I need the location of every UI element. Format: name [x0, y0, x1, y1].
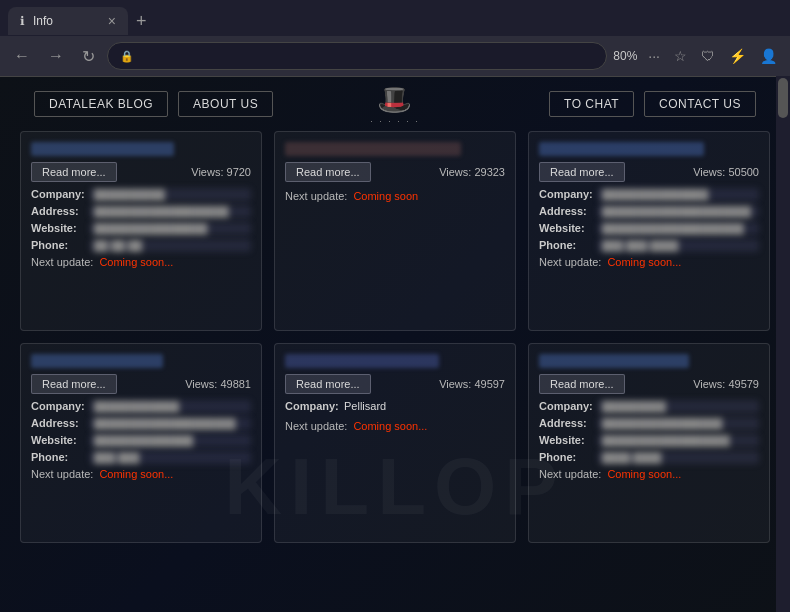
nav-center-logo: 🎩 · · · · · ·: [370, 83, 420, 126]
card-3-views: Views: 50500: [693, 166, 759, 178]
card-3-website-value: ████████████████████: [598, 222, 759, 235]
card-3-company-value: ███████████████: [598, 188, 759, 201]
card-6-coming-soon: Coming soon...: [607, 468, 681, 480]
card-6-company-value: █████████: [598, 400, 759, 413]
nav-right: TO CHAT CONTACT US: [549, 91, 756, 117]
refresh-button[interactable]: ↻: [76, 45, 101, 68]
card-4-phone-label: Phone:: [31, 451, 86, 463]
card-6-read-more[interactable]: Read more...: [539, 374, 625, 394]
card-2-header: Read more... Views: 29323: [285, 162, 505, 182]
card-6: Read more... Views: 49579 Company: █████…: [528, 343, 770, 543]
card-4-next-label: Next update:: [31, 468, 93, 480]
card-5-next-update: Next update: Coming soon...: [285, 420, 505, 432]
card-4-blurred-title: [31, 354, 163, 368]
shield-button[interactable]: 🛡: [696, 46, 720, 66]
card-6-phone-label: Phone:: [539, 451, 594, 463]
card-6-phone-row: Phone: ████ ████: [539, 451, 759, 464]
card-3-read-more[interactable]: Read more...: [539, 162, 625, 182]
card-3: Read more... Views: 50500 Company: █████…: [528, 131, 770, 331]
scrollbar[interactable]: [776, 76, 790, 612]
card-4-company-row: Company: ████████████: [31, 400, 251, 413]
card-3-phone-row: Phone: ███ ███ ████: [539, 239, 759, 252]
card-6-next-label: Next update:: [539, 468, 601, 480]
card-4-next-update: Next update: Coming soon...: [31, 468, 251, 480]
card-4-read-more[interactable]: Read more...: [31, 374, 117, 394]
card-2-coming-soon: Coming soon: [353, 190, 418, 202]
card-4-website-row: Website: ██████████████: [31, 434, 251, 447]
nav-left: DATALEAK BLOG ABOUT US: [34, 91, 273, 117]
dataleak-blog-button[interactable]: DATALEAK BLOG: [34, 91, 168, 117]
card-6-website-row: Website: ██████████████████: [539, 434, 759, 447]
new-tab-button[interactable]: +: [128, 11, 155, 32]
scrollbar-thumb[interactable]: [778, 78, 788, 118]
card-4-phone-value: ███ ███: [90, 451, 251, 464]
card-1-phone-label: Phone:: [31, 239, 86, 251]
card-4-header: Read more... Views: 49881: [31, 374, 251, 394]
card-1-read-more[interactable]: Read more...: [31, 162, 117, 182]
card-3-website-row: Website: ████████████████████: [539, 222, 759, 235]
card-5-views: Views: 49597: [439, 378, 505, 390]
about-us-button[interactable]: ABOUT US: [178, 91, 273, 117]
card-6-website-value: ██████████████████: [598, 434, 759, 447]
card-1-address-row: Address: ███████████████████: [31, 205, 251, 218]
card-6-views: Views: 49579: [693, 378, 759, 390]
lightning-button[interactable]: ⚡: [724, 46, 751, 66]
logo-icon: 🎩: [377, 83, 412, 116]
card-1-website-row: Website: ████████████████: [31, 222, 251, 235]
card-1-company-row: Company: ██████████: [31, 188, 251, 201]
card-6-next-update: Next update: Coming soon...: [539, 468, 759, 480]
card-4-address-value: ████████████████████: [90, 417, 251, 430]
to-chat-button[interactable]: TO CHAT: [549, 91, 634, 117]
card-5-read-more[interactable]: Read more...: [285, 374, 371, 394]
bookmark-button[interactable]: ☆: [669, 46, 692, 66]
back-button[interactable]: ←: [8, 45, 36, 67]
card-1-blurred-title: [31, 142, 174, 156]
card-2-next-update: Next update: Coming soon: [285, 190, 505, 202]
card-6-address-value: █████████████████: [598, 417, 759, 430]
card-1-address-label: Address:: [31, 205, 86, 217]
card-3-coming-soon: Coming soon...: [607, 256, 681, 268]
card-3-header: Read more... Views: 50500: [539, 162, 759, 182]
card-4-coming-soon: Coming soon...: [99, 468, 173, 480]
active-tab[interactable]: ℹ Info ×: [8, 7, 128, 35]
card-1-phone-row: Phone: ██ ██ ██: [31, 239, 251, 252]
address-bar[interactable]: 🔒: [107, 42, 607, 70]
logo: 🎩 · · · · · ·: [370, 83, 420, 126]
profile-button[interactable]: 👤: [755, 46, 782, 66]
forward-button[interactable]: →: [42, 45, 70, 67]
card-3-address-label: Address:: [539, 205, 594, 217]
card-3-address-row: Address: █████████████████████: [539, 205, 759, 218]
site-nav: DATALEAK BLOG ABOUT US 🎩 · · · · · · TO …: [14, 77, 776, 131]
card-1-coming-soon: Coming soon...: [99, 256, 173, 268]
card-5-company-value: Pellisard: [344, 400, 386, 412]
card-3-company-row: Company: ███████████████: [539, 188, 759, 201]
page-content: KILLOP DATALEAK BLOG ABOUT US 🎩 · · · · …: [0, 77, 790, 612]
card-1: Read more... Views: 9720 Company: ██████…: [20, 131, 262, 331]
tab-favicon: ℹ: [20, 14, 25, 28]
card-5-company-label: Company:: [285, 400, 340, 412]
nav-actions: ··· ☆ 🛡 ⚡ 👤: [643, 46, 782, 66]
browser-chrome: ℹ Info × + ← → ↻ 🔒 80% ··· ☆ 🛡 ⚡ 👤: [0, 0, 790, 77]
card-1-next-update: Next update: Coming soon...: [31, 256, 251, 268]
card-1-header: Read more... Views: 9720: [31, 162, 251, 182]
menu-button[interactable]: ···: [643, 46, 665, 66]
card-5-next-label: Next update:: [285, 420, 347, 432]
card-2-read-more[interactable]: Read more...: [285, 162, 371, 182]
contact-us-button[interactable]: CONTACT US: [644, 91, 756, 117]
logo-dots: · · · · · ·: [370, 116, 420, 126]
cards-grid: Read more... Views: 9720 Company: ██████…: [14, 131, 776, 543]
card-6-address-label: Address:: [539, 417, 594, 429]
card-1-website-label: Website:: [31, 222, 86, 234]
card-6-address-row: Address: █████████████████: [539, 417, 759, 430]
card-2-views: Views: 29323: [439, 166, 505, 178]
card-1-views: Views: 9720: [191, 166, 251, 178]
card-3-phone-value: ███ ███ ████: [598, 239, 759, 252]
card-5-coming-soon: Coming soon...: [353, 420, 427, 432]
card-2: Read more... Views: 29323 Next update: C…: [274, 131, 516, 331]
card-1-next-label: Next update:: [31, 256, 93, 268]
card-4-phone-row: Phone: ███ ███: [31, 451, 251, 464]
card-4-website-value: ██████████████: [90, 434, 251, 447]
card-6-website-label: Website:: [539, 434, 594, 446]
tab-close-button[interactable]: ×: [108, 13, 116, 29]
card-4-company-label: Company:: [31, 400, 86, 412]
